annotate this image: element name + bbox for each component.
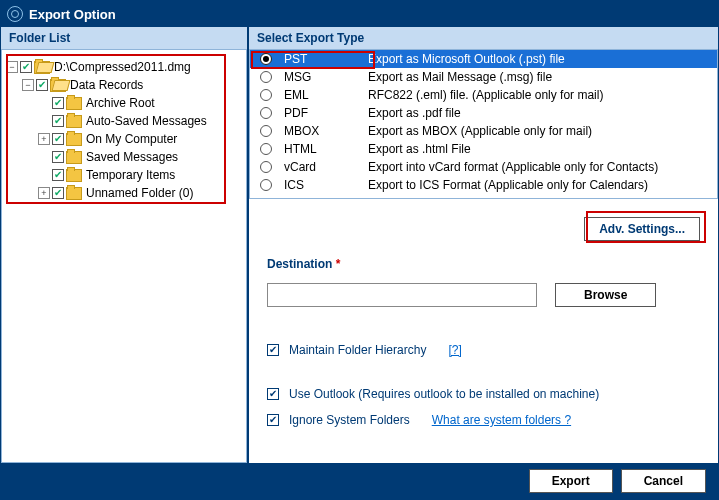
export-type-panel: Select Export Type PSTExport as Microsof… [249,27,718,463]
use-outlook-option[interactable]: Use Outlook (Requires outlook to be inst… [267,387,700,401]
tree-label: Auto-Saved Messages [86,114,207,128]
export-type-row-pdf[interactable]: PDFExport as .pdf file [250,104,717,122]
tree-label: Saved Messages [86,150,178,164]
expander-icon[interactable]: + [38,187,50,199]
tree-label: Archive Root [86,96,155,110]
export-type-header: Select Export Type [249,27,718,49]
radio-icon[interactable] [260,53,272,65]
checkbox[interactable] [20,61,32,73]
maintain-hierarchy-option[interactable]: Maintain Folder Hierarchy [?] [267,343,700,357]
tree-label: Temporary Items [86,168,175,182]
folder-icon [66,169,82,182]
tree-item[interactable]: +Unnamed Folder (0) [6,184,242,202]
export-type-row-pst[interactable]: PSTExport as Microsoft Outlook (.pst) fi… [250,50,717,68]
export-type-row-ics[interactable]: ICSExport to ICS Format (Applicable only… [250,176,717,194]
folder-icon [66,187,82,200]
folder-open-icon [34,61,50,74]
export-code: PDF [284,106,368,120]
folder-list-panel: Folder List − D:\Compressed2011.dmg − [1,27,249,463]
checkbox[interactable] [267,414,279,426]
folder-icon [66,151,82,164]
help-link[interactable]: [?] [448,343,461,357]
options-block: Maintain Folder Hierarchy [?] Use Outloo… [249,343,718,439]
radio-icon[interactable] [260,89,272,101]
radio-icon[interactable] [260,179,272,191]
tree-label: Data Records [70,78,143,92]
export-desc: Export as Mail Message (.msg) file [368,70,717,84]
export-code: HTML [284,142,368,156]
checkbox[interactable] [52,187,64,199]
radio-icon[interactable] [260,161,272,173]
export-type-row-html[interactable]: HTMLExport as .html File [250,140,717,158]
export-code: ICS [284,178,368,192]
folder-open-icon [50,79,66,92]
folder-tree-container: − D:\Compressed2011.dmg − Data Records A… [1,49,247,463]
export-type-row-vcard[interactable]: vCardExport into vCard format (Applicabl… [250,158,717,176]
folder-icon [66,97,82,110]
adv-settings-row: Adv. Settings... [249,199,718,251]
destination-input[interactable] [267,283,537,307]
destination-block: Destination * Browse [249,251,718,343]
export-code: EML [284,88,368,102]
destination-label: Destination * [267,257,340,271]
export-option-window: Export Option Folder List − D:\Compresse… [0,0,719,500]
checkbox[interactable] [52,169,64,181]
window-body: Folder List − D:\Compressed2011.dmg − [1,27,718,463]
export-code: vCard [284,160,368,174]
export-code: MSG [284,70,368,84]
tree-item[interactable]: Saved Messages [6,148,242,166]
export-button[interactable]: Export [529,469,613,493]
app-icon [7,6,23,22]
tree-root[interactable]: − D:\Compressed2011.dmg [6,58,242,76]
adv-settings-button[interactable]: Adv. Settings... [584,217,700,241]
tree-label: Unnamed Folder (0) [86,186,193,200]
titlebar: Export Option [1,1,718,27]
cancel-button[interactable]: Cancel [621,469,706,493]
expander-icon[interactable]: − [22,79,34,91]
folder-tree: − D:\Compressed2011.dmg − Data Records A… [2,50,246,210]
export-code: MBOX [284,124,368,138]
export-list-wrap: PSTExport as Microsoft Outlook (.pst) fi… [249,49,718,199]
expander-icon[interactable]: − [6,61,18,73]
tree-label: On My Computer [86,132,177,146]
tree-item[interactable]: Temporary Items [6,166,242,184]
tree-label: D:\Compressed2011.dmg [54,60,191,74]
expander-icon[interactable]: + [38,133,50,145]
export-desc: Export as Microsoft Outlook (.pst) file [368,52,717,66]
option-label: Use Outlook (Requires outlook to be inst… [289,387,599,401]
tree-item[interactable]: Auto-Saved Messages [6,112,242,130]
option-label: Ignore System Folders [289,413,410,427]
export-desc: Export as .html File [368,142,717,156]
checkbox[interactable] [267,388,279,400]
browse-button[interactable]: Browse [555,283,656,307]
tree-data-records[interactable]: − Data Records [6,76,242,94]
radio-icon[interactable] [260,71,272,83]
export-type-list[interactable]: PSTExport as Microsoft Outlook (.pst) fi… [249,49,718,199]
export-type-row-mbox[interactable]: MBOXExport as MBOX (Applicable only for … [250,122,717,140]
folder-icon [66,115,82,128]
ignore-system-folders-option[interactable]: Ignore System Folders What are system fo… [267,413,700,427]
checkbox[interactable] [36,79,48,91]
export-desc: Export as .pdf file [368,106,717,120]
checkbox[interactable] [52,115,64,127]
radio-icon[interactable] [260,107,272,119]
export-code: PST [284,52,368,66]
export-type-row-eml[interactable]: EMLRFC822 (.eml) file. (Applicable only … [250,86,717,104]
destination-row: Browse [267,283,700,307]
radio-icon[interactable] [260,125,272,137]
checkbox[interactable] [267,344,279,356]
export-desc: Export to ICS Format (Applicable only fo… [368,178,717,192]
export-desc: Export as MBOX (Applicable only for mail… [368,124,717,138]
option-label: Maintain Folder Hierarchy [289,343,426,357]
radio-icon[interactable] [260,143,272,155]
window-title: Export Option [29,7,116,22]
checkbox[interactable] [52,133,64,145]
export-type-row-msg[interactable]: MSGExport as Mail Message (.msg) file [250,68,717,86]
tree-item[interactable]: +On My Computer [6,130,242,148]
footer: Export Cancel [1,463,718,499]
tree-item[interactable]: Archive Root [6,94,242,112]
checkbox[interactable] [52,151,64,163]
system-folders-help-link[interactable]: What are system folders ? [432,413,571,427]
checkbox[interactable] [52,97,64,109]
export-desc: Export into vCard format (Applicable onl… [368,160,717,174]
